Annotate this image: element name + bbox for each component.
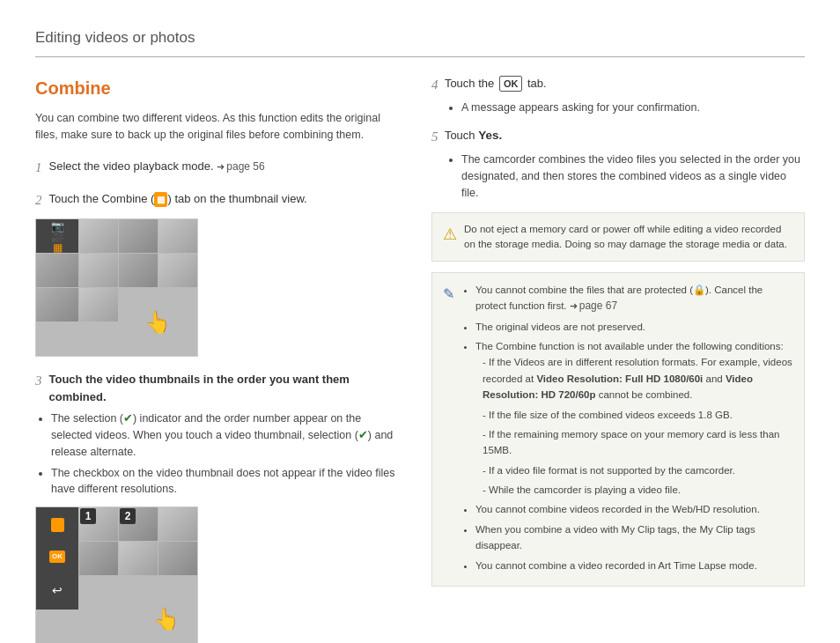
img-1-3 bbox=[158, 219, 197, 253]
tc2-1-3 bbox=[158, 507, 197, 541]
section-title: Combine bbox=[35, 75, 405, 101]
img2-1-3 bbox=[158, 507, 197, 541]
note-sub-list: If the Videos are in different resolutio… bbox=[475, 354, 793, 498]
img2-2-3 bbox=[158, 542, 197, 575]
tc2-2-1 bbox=[79, 542, 118, 575]
step-1-ref: page 56 bbox=[217, 159, 264, 174]
check-icon-1: ✔ bbox=[123, 412, 133, 425]
back-sidebar-btn: ↩ bbox=[52, 581, 63, 600]
note-5: When you combine a video with My Clip ta… bbox=[475, 521, 793, 554]
ok-sidebar-btn: OK bbox=[49, 551, 65, 563]
right-column: 4 Touch the OK tab. A message appears as… bbox=[431, 75, 805, 644]
step-3: 3 Touch the video thumbnails in the orde… bbox=[35, 371, 405, 643]
warning-icon: ⚠ bbox=[443, 223, 457, 253]
tc-2-3 bbox=[119, 254, 158, 287]
tc-3-1 bbox=[158, 254, 197, 287]
step-3-num: 3 bbox=[35, 371, 42, 391]
step-5-text: Touch Yes. bbox=[442, 127, 503, 144]
page-container: Editing videos or photos Combine You can… bbox=[0, 0, 840, 643]
step-1-text: Select the video playback mode. page 56 bbox=[49, 158, 265, 175]
bullet-5-1: The camcorder combines the video files y… bbox=[461, 152, 805, 201]
img2-2-2 bbox=[119, 542, 158, 575]
tc-1-2 bbox=[119, 219, 158, 253]
note-sub-5: While the camcorder is playing a video f… bbox=[483, 482, 793, 498]
tc2-2-2 bbox=[119, 542, 158, 575]
tc-1-1 bbox=[79, 219, 118, 253]
step-4-bullets: A message appears asking for your confir… bbox=[446, 100, 805, 116]
tc-2-1 bbox=[36, 254, 78, 287]
tc2-1-2: 2 bbox=[119, 507, 158, 541]
page-title: Editing videos or photos bbox=[35, 26, 805, 57]
left-column: Combine You can combine two different vi… bbox=[35, 75, 405, 644]
step-4: 4 Touch the OK tab. A message appears as… bbox=[431, 75, 805, 116]
img-1-2 bbox=[119, 219, 158, 253]
thumbnail-grid-2: ▦ OK ↩ 1 2 bbox=[35, 506, 198, 643]
step-2-num: 2 bbox=[35, 190, 42, 211]
note-6: You cannot combine a video recorded in A… bbox=[475, 558, 793, 573]
sidebar-col-2: ▦ OK ↩ bbox=[36, 507, 78, 610]
note-list: You cannot combine the files that are pr… bbox=[461, 282, 793, 573]
img-2-3 bbox=[119, 254, 158, 287]
img-3-1 bbox=[158, 254, 197, 287]
img-3-3 bbox=[79, 288, 118, 322]
thumb-grid-inner-2: ▦ OK ↩ 1 2 bbox=[36, 507, 197, 643]
note-box: ✎ You cannot combine the files that are … bbox=[431, 272, 805, 587]
check-icon-2: ✔ bbox=[358, 429, 368, 441]
note-2: The original videos are not preserved. bbox=[475, 319, 793, 335]
note-content: You cannot combine the files that are pr… bbox=[461, 282, 793, 577]
tc-3-3 bbox=[79, 288, 118, 322]
img-2-2 bbox=[79, 254, 118, 287]
bullet-3-1: The selection (✔) indicator and the orde… bbox=[51, 410, 405, 460]
img-2-1 bbox=[36, 254, 78, 287]
ok-badge: OK bbox=[499, 76, 523, 92]
note-3: The Combine function is not available un… bbox=[475, 338, 793, 499]
tc-1-3 bbox=[158, 219, 197, 253]
tc2-1-1: 1 bbox=[79, 507, 118, 541]
note-sub-3: If the remaining memory space on your me… bbox=[483, 426, 793, 459]
note-4: You cannot combine videos recorded in th… bbox=[475, 501, 793, 517]
step-3-bullets: The selection (✔) indicator and the orde… bbox=[35, 410, 405, 498]
note-sub-1: If the Videos are in different resolutio… bbox=[483, 354, 793, 403]
step-1-num: 1 bbox=[35, 158, 42, 178]
img-3-2 bbox=[36, 288, 78, 322]
tc-3-2 bbox=[36, 288, 78, 322]
img-1-1 bbox=[79, 219, 118, 253]
warning-box: ⚠ Do not eject a memory card or power of… bbox=[431, 212, 805, 262]
bullet-3-2: The checkbox on the video thumbnail does… bbox=[51, 465, 405, 499]
combine-icon-active-2: ▦ bbox=[51, 518, 64, 532]
tc-2-2 bbox=[79, 254, 118, 287]
img2-2-1 bbox=[79, 542, 118, 575]
warning-text: Do not eject a memory card or power off … bbox=[464, 222, 793, 253]
note-sub-2: If the file size of the combined videos … bbox=[483, 407, 793, 423]
note-icon: ✎ bbox=[443, 283, 454, 577]
combine-tab-icon: ▦ bbox=[154, 192, 167, 207]
step-2-text: Touch the Combine (▦) tab on the thumbna… bbox=[49, 190, 307, 208]
intro-text: You can combine two different videos. As… bbox=[35, 110, 405, 144]
thumbnail-grid-1: 📷 🎥 ▦ 🗑 📸 bbox=[35, 218, 198, 357]
step-2: 2 Touch the Combine (▦) tab on the thumb… bbox=[35, 190, 405, 358]
note-1-ref: page 67 bbox=[570, 298, 617, 314]
step-4-num: 4 bbox=[431, 75, 438, 95]
content-area: Combine You can combine two different vi… bbox=[35, 75, 805, 644]
bullet-4-1: A message appears asking for your confir… bbox=[461, 100, 805, 116]
step-5-num: 5 bbox=[431, 127, 438, 147]
note-1: You cannot combine the files that are pr… bbox=[475, 282, 793, 315]
tc2-2-3 bbox=[158, 542, 197, 575]
step-5: 5 Touch Yes. The camcorder combines the … bbox=[431, 127, 805, 202]
num-badge-1: 1 bbox=[80, 508, 96, 524]
thumb-grid-inner-1: 📷 🎥 ▦ 🗑 📸 bbox=[36, 219, 197, 356]
step-1: 1 Select the video playback mode. page 5… bbox=[35, 158, 405, 178]
sidebar-col: 📷 🎥 ▦ 🗑 📸 bbox=[36, 219, 78, 253]
yes-text: Yes. bbox=[478, 129, 502, 142]
step-3-text: Touch the video thumbnails in the order … bbox=[49, 371, 406, 405]
step-5-bullets: The camcorder combines the video files y… bbox=[446, 152, 805, 201]
step-4-text: Touch the OK tab. bbox=[442, 75, 547, 92]
num-badge-2: 2 bbox=[120, 508, 136, 524]
note-sub-4: If a video file format is not supported … bbox=[483, 462, 793, 478]
